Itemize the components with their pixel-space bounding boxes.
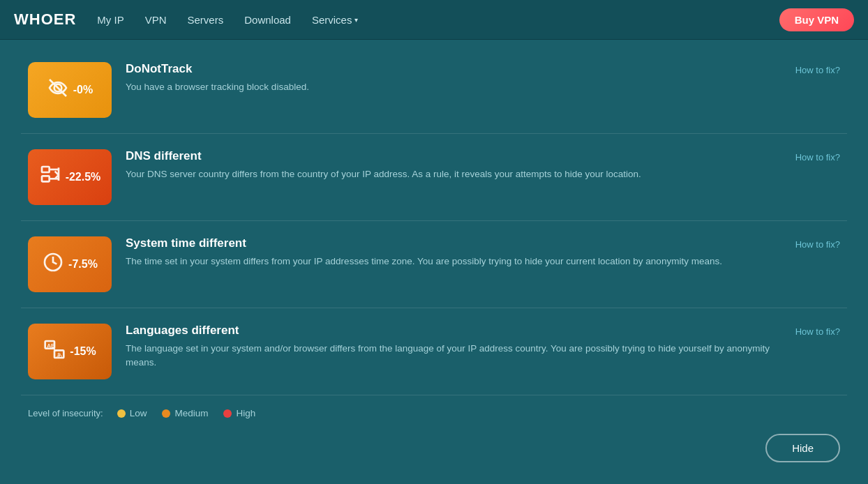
dns-icon	[39, 164, 61, 191]
languages-different-percent: -15%	[70, 345, 96, 358]
do-not-track-percent: -0%	[73, 84, 93, 96]
header: WHOER My IP VPN Servers Download Service…	[0, 0, 868, 40]
level-high: High	[223, 408, 255, 418]
do-not-track-row: -0% DoNotTrack You have a browser tracki…	[21, 47, 847, 134]
nav-servers[interactable]: Servers	[188, 14, 224, 26]
main-content: -0% DoNotTrack You have a browser tracki…	[0, 40, 868, 484]
nav-my-ip[interactable]: My IP	[97, 14, 124, 26]
dot-low-icon	[117, 409, 126, 418]
do-not-track-text: DoNotTrack You have a browser tracking b…	[126, 62, 781, 94]
do-not-track-desc: You have a browser tracking block disabl…	[126, 80, 781, 94]
languages-different-title: Languages different	[126, 324, 781, 338]
hide-button[interactable]: Hide	[765, 434, 840, 462]
level-high-label: High	[236, 408, 255, 418]
system-time-percent: -7.5%	[68, 258, 98, 271]
do-not-track-howto[interactable]: How to fix?	[795, 62, 840, 75]
level-low-label: Low	[130, 408, 147, 418]
languages-icon: AB あ	[43, 338, 66, 365]
dot-high-icon	[223, 409, 232, 418]
eye-slash-icon	[47, 77, 69, 104]
logo: WHOER	[14, 10, 76, 29]
dns-different-title: DNS different	[126, 149, 781, 163]
insecurity-levels: Low Medium High	[117, 408, 256, 418]
level-medium-label: Medium	[174, 408, 208, 418]
dns-different-howto[interactable]: How to fix?	[795, 149, 840, 162]
do-not-track-title: DoNotTrack	[126, 62, 781, 76]
level-low: Low	[117, 408, 147, 418]
insecurity-bar: Level of insecurity: Low Medium High	[21, 395, 847, 425]
dns-different-badge: -22.5%	[28, 149, 112, 205]
clock-icon	[42, 251, 64, 278]
system-time-row: -7.5% System time different The time set…	[21, 221, 847, 308]
nav-download[interactable]: Download	[244, 14, 291, 26]
system-time-badge: -7.5%	[28, 236, 112, 292]
insecurity-label: Level of insecurity:	[28, 408, 103, 418]
languages-different-row: AB あ -15% Languages different The langua…	[21, 308, 847, 395]
system-time-desc: The time set in your system differs from…	[126, 255, 781, 269]
languages-different-howto[interactable]: How to fix?	[795, 324, 840, 337]
chevron-down-icon: ▾	[354, 16, 358, 24]
svg-text:あ: あ	[57, 351, 62, 358]
languages-different-desc: The language set in your system and/or b…	[126, 342, 781, 370]
dns-different-text: DNS different Your DNS server country di…	[126, 149, 781, 181]
system-time-text: System time different The time set in yo…	[126, 236, 781, 269]
dns-different-row: -22.5% DNS different Your DNS server cou…	[21, 134, 847, 221]
buy-vpn-button[interactable]: Buy VPN	[779, 8, 854, 31]
footer-row: Hide	[21, 425, 847, 469]
dns-different-percent: -22.5%	[66, 171, 101, 183]
system-time-title: System time different	[126, 236, 781, 250]
svg-rect-2	[42, 167, 50, 172]
languages-different-text: Languages different The language set in …	[126, 324, 781, 370]
languages-different-badge: AB あ -15%	[28, 324, 112, 379]
svg-rect-3	[42, 176, 50, 181]
nav-vpn[interactable]: VPN	[145, 14, 167, 26]
system-time-howto[interactable]: How to fix?	[795, 236, 840, 250]
level-medium: Medium	[162, 408, 208, 418]
do-not-track-badge: -0%	[28, 62, 112, 118]
dns-different-desc: Your DNS server country differs from the…	[126, 167, 781, 181]
navigation: My IP VPN Servers Download Services ▾	[97, 14, 779, 26]
dot-medium-icon	[162, 409, 170, 418]
nav-services[interactable]: Services ▾	[312, 14, 359, 26]
